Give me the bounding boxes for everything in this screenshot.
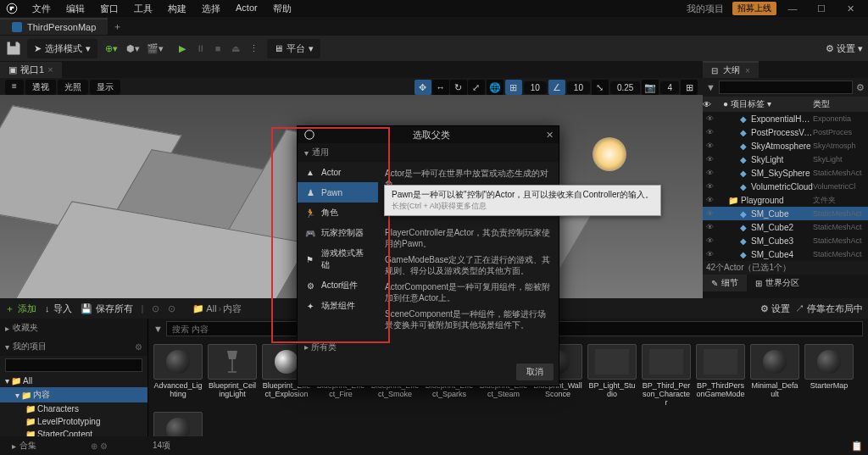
all-classes-section[interactable]: ▸ 所有类	[298, 336, 559, 358]
perspective-button[interactable]: 透视	[25, 80, 56, 95]
eject-button[interactable]: ⏏	[227, 40, 244, 57]
visibility-icon[interactable]: 👁	[706, 114, 718, 123]
scale-gizmo[interactable]: ⤢	[468, 80, 485, 95]
tree-search[interactable]	[5, 358, 142, 372]
drawer-icon[interactable]: 📋	[851, 441, 863, 452]
class-item-Actor[interactable]: ▲Actor	[298, 162, 378, 182]
asset-item[interactable]: Advanced_Lighting	[153, 344, 203, 407]
outliner-row[interactable]: 👁◆SM_Cube3StaticMeshAct	[703, 234, 868, 247]
class-item-场景组件[interactable]: ✦场景组件	[298, 296, 378, 316]
path-all[interactable]: All	[206, 303, 216, 314]
save-icon[interactable]	[5, 40, 22, 57]
class-item-Pawn[interactable]: ♟Pawn	[298, 182, 378, 203]
menu-编辑[interactable]: 编辑	[59, 1, 92, 17]
scale-snap[interactable]: 0.25	[610, 81, 640, 94]
visibility-icon[interactable]: 👁	[706, 223, 718, 231]
menu-工具[interactable]: 工具	[127, 1, 159, 17]
label-column[interactable]: ● 项目标签 ▾	[720, 98, 813, 110]
settings-button[interactable]: ⚙ 设置	[760, 302, 790, 315]
project-section[interactable]: ▾ 我的项目⚙	[0, 337, 147, 356]
close-button[interactable]: ✕	[837, 3, 863, 14]
asset-item[interactable]: Minimal_Default	[750, 344, 799, 407]
light-actor[interactable]	[593, 137, 626, 171]
add-tab-button[interactable]: ＋	[108, 20, 127, 33]
play-options-icon[interactable]: ⋮	[245, 40, 262, 57]
outliner-row[interactable]: 👁📁Playground文件夹	[703, 193, 868, 207]
asset-item[interactable]: StarterMap	[804, 344, 854, 407]
menu-文件[interactable]: 文件	[25, 1, 58, 17]
dialog-close-button[interactable]: ✕	[546, 130, 554, 141]
visibility-icon[interactable]: 👁	[706, 196, 718, 204]
camera-speed[interactable]: 4	[660, 81, 679, 94]
tree-item[interactable]: ▾ 📁 All	[0, 375, 147, 387]
viewport-menu[interactable]: ≡	[5, 80, 24, 95]
scale-snap-toggle[interactable]: ⤡	[592, 80, 609, 95]
angle-snap-toggle[interactable]: ∠	[548, 80, 565, 95]
outliner-row[interactable]: 👁◆SM_Cube2StaticMeshAct	[703, 220, 868, 234]
visibility-icon[interactable]: 👁	[706, 182, 718, 191]
selection-mode-button[interactable]: ➤ 选择模式 ▾	[27, 39, 97, 58]
settings-icon[interactable]: ⚙	[856, 82, 865, 93]
menu-帮助[interactable]: 帮助	[266, 1, 298, 17]
platform-button[interactable]: 🖥 平台 ▾	[267, 39, 320, 58]
select-gizmo[interactable]: ✥	[415, 80, 431, 95]
snap-toggle[interactable]: ⊞	[505, 80, 522, 95]
class-item-Actor组件[interactable]: ⚙Actor组件	[298, 275, 378, 296]
collections-section[interactable]: ▸ 合集⊕ ⚙	[5, 438, 114, 453]
history-fwd[interactable]: ⊙	[168, 303, 175, 314]
close-icon[interactable]: ×	[745, 66, 750, 75]
filter-icon[interactable]: ▼	[706, 82, 715, 92]
visibility-icon[interactable]: 👁	[706, 155, 718, 164]
favorites-section[interactable]: ▸ 收藏夹	[0, 319, 147, 337]
camera-speed-icon[interactable]: 📷	[642, 80, 659, 95]
coord-space[interactable]: 🌐	[487, 80, 504, 95]
class-item-角色[interactable]: 🏃角色	[298, 203, 378, 223]
minimize-button[interactable]: —	[780, 3, 805, 14]
asset-item[interactable]: BP_Third_Person_Character	[642, 344, 691, 407]
outliner-row[interactable]: 👁◆SkyLightSkyLight	[703, 153, 868, 166]
outliner-row[interactable]: 👁◆ExponentialHeightFogExponentia	[703, 112, 868, 125]
move-gizmo[interactable]: ↔	[432, 80, 449, 95]
live-button[interactable]: 招募上线	[732, 2, 776, 15]
angle-snap[interactable]: 10	[567, 81, 590, 94]
save-all-button[interactable]: 💾 保存所有	[81, 302, 133, 315]
visibility-icon[interactable]: 👁	[706, 236, 718, 245]
visibility-icon[interactable]: 👁	[706, 141, 718, 150]
common-section[interactable]: ▾ 通用	[298, 143, 559, 162]
outliner-row[interactable]: 👁◆SM_SkySphereStaticMeshAct	[703, 166, 868, 180]
add-content-icon[interactable]: ⊕▾	[103, 40, 120, 57]
outliner-tab[interactable]: ⊟ 大纲 ×	[703, 61, 759, 78]
history-back[interactable]: ⊙	[152, 303, 159, 314]
outliner-row[interactable]: 👁◆VolumetricCloudVolumetricCl	[703, 180, 868, 193]
filter-icon[interactable]: ▼	[153, 324, 163, 334]
visibility-icon[interactable]: 👁	[706, 128, 718, 136]
menu-构建[interactable]: 构建	[161, 1, 193, 17]
details-tab[interactable]: ✎细节	[703, 275, 747, 291]
grid-snap[interactable]: 10	[524, 81, 547, 94]
visibility-icon[interactable]: 👁	[706, 169, 718, 177]
type-column[interactable]: 类型	[813, 98, 868, 110]
viewport-tab[interactable]: ▣ 视口1 ×	[0, 62, 62, 78]
path-content[interactable]: 内容	[223, 302, 242, 315]
menu-Actor[interactable]: Actor	[229, 1, 264, 17]
outliner-row[interactable]: 👁◆SM_Cube4StaticMeshAct	[703, 247, 868, 261]
import-button[interactable]: ↓ 导入	[45, 302, 72, 315]
rotate-gizmo[interactable]: ↻	[450, 80, 467, 95]
map-tab[interactable]: ThirdPersonMap	[0, 18, 108, 35]
class-item-玩家控制器[interactable]: 🎮玩家控制器	[298, 223, 378, 243]
class-item-游戏模式基础[interactable]: ⚑游戏模式基础	[298, 243, 378, 275]
asset-item[interactable]: BP_Light_Studio	[587, 344, 637, 407]
maximize-button[interactable]: ☐	[809, 3, 834, 14]
close-icon[interactable]: ×	[47, 64, 53, 75]
outliner-row[interactable]: 👁◆PostProcessVolumePostProces	[703, 125, 868, 139]
asset-item[interactable]: Blueprint_CeilingLight	[208, 344, 257, 407]
tree-item[interactable]: 📁 Characters	[0, 402, 147, 415]
cancel-button[interactable]: 取消	[516, 363, 554, 380]
dock-button[interactable]: ↗ 停靠在布局中	[795, 302, 863, 315]
world-partition-tab[interactable]: ⊞世界分区	[747, 275, 808, 291]
blueprint-icon[interactable]: ⬢▾	[125, 40, 142, 57]
outliner-search[interactable]	[719, 80, 853, 94]
outliner-row[interactable]: 👁◆SkyAtmosphereSkyAtmosph	[703, 139, 868, 153]
visibility-column[interactable]: 👁	[703, 100, 720, 109]
menu-选择[interactable]: 选择	[195, 1, 227, 17]
